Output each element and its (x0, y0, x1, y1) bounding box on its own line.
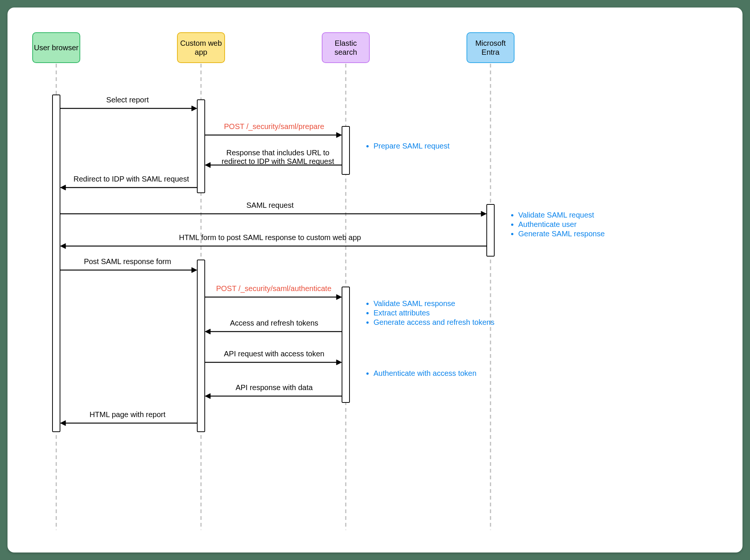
activation-browser (52, 95, 60, 432)
note-entra-item-3: Generate SAML response (518, 230, 605, 238)
svg-marker-15 (336, 294, 342, 300)
arrow-saml-form (60, 243, 486, 249)
arrow-saml-request (60, 211, 486, 217)
msg-select-report: Select report (75, 96, 180, 104)
svg-marker-23 (60, 420, 66, 426)
svg-marker-5 (205, 162, 210, 168)
svg-marker-1 (192, 106, 197, 111)
sequence-diagram: User browser Custom web app Elastic sear… (8, 8, 742, 552)
svg-marker-11 (60, 243, 66, 249)
svg-marker-3 (336, 132, 342, 138)
svg-marker-21 (205, 393, 210, 399)
msg-tokens: Access and refresh tokens (216, 319, 332, 327)
arrow-tokens (205, 329, 342, 335)
lifeline-entra (490, 64, 491, 530)
activation-app-2 (197, 260, 205, 432)
arrow-select-report (60, 105, 197, 111)
svg-marker-9 (481, 211, 486, 216)
msg-redirect-idp: Redirect to IDP with SAML request (69, 175, 193, 183)
msg-report-page: HTML page with report (75, 410, 180, 419)
actor-entra: Microsoft Entra (466, 32, 514, 63)
diagram-panel: User browser Custom web app Elastic sear… (8, 8, 742, 552)
note-prepare: Prepare SAML request (364, 141, 450, 151)
note-validate-item-3: Generate access and refresh tokens (374, 318, 494, 327)
actor-app: Custom web app (177, 32, 225, 63)
note-entra-item-2: Authenticate user (518, 220, 605, 229)
note-entra-item-1: Validate SAML request (518, 211, 605, 219)
msg-saml-auth: POST /_security/saml/authenticate (206, 284, 341, 293)
note-validate-item-2: Extract attributes (374, 309, 494, 317)
arrow-post-saml (60, 267, 197, 273)
msg-post-saml: Post SAML response form (71, 257, 184, 266)
note-auth-token-item: Authenticate with access token (374, 369, 477, 378)
msg-api-res: API response with data (216, 383, 332, 392)
svg-marker-17 (205, 329, 210, 334)
note-entra: Validate SAML request Authenticate user … (508, 210, 605, 239)
svg-marker-13 (192, 267, 197, 273)
msg-api-req: API request with access token (216, 350, 332, 358)
msg-saml-form: HTML form to post SAML response to custo… (150, 233, 390, 242)
note-validate-item-1: Validate SAML response (374, 299, 494, 308)
msg-saml-prepare: POST /_security/saml/prepare (212, 122, 336, 131)
arrow-redirect-idp (60, 185, 197, 191)
note-validate: Validate SAML response Extract attribute… (364, 299, 494, 327)
activation-elastic-1 (342, 126, 350, 175)
msg-saml-request: SAML request (214, 201, 326, 210)
arrow-saml-prepare (205, 132, 342, 138)
arrow-report-page (60, 420, 197, 426)
svg-marker-19 (336, 360, 342, 365)
arrow-saml-auth (205, 294, 342, 300)
actor-elastic: Elastic search (322, 32, 370, 63)
arrow-api-req (205, 359, 342, 365)
activation-app-1 (197, 99, 205, 193)
note-prepare-item: Prepare SAML request (374, 142, 450, 150)
svg-marker-7 (60, 185, 66, 190)
arrow-api-res (205, 393, 342, 399)
activation-entra (486, 204, 495, 257)
note-auth-token: Authenticate with access token (364, 368, 477, 378)
actor-browser: User browser (32, 32, 80, 63)
activation-elastic-2 (342, 287, 350, 403)
msg-prepare-response: Response that includes URL to redirect t… (216, 149, 340, 166)
